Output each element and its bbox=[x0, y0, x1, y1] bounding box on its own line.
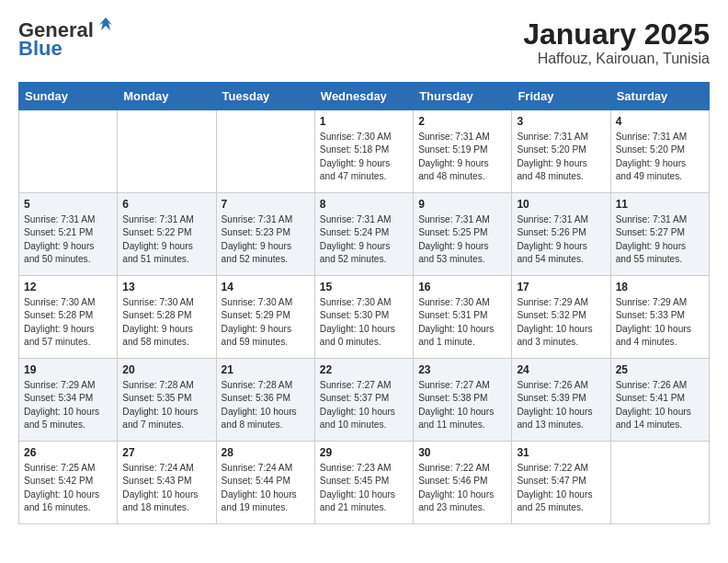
calendar-cell: 19Sunrise: 7:29 AM Sunset: 5:34 PM Dayli… bbox=[19, 359, 118, 442]
svg-marker-0 bbox=[99, 17, 112, 30]
day-info: Sunrise: 7:31 AM Sunset: 5:20 PM Dayligh… bbox=[616, 131, 704, 183]
calendar-cell: 13Sunrise: 7:30 AM Sunset: 5:28 PM Dayli… bbox=[118, 276, 216, 359]
calendar-cell: 26Sunrise: 7:25 AM Sunset: 5:42 PM Dayli… bbox=[19, 442, 118, 524]
calendar-header: SundayMondayTuesdayWednesdayThursdayFrid… bbox=[19, 83, 710, 110]
calendar-cell: 10Sunrise: 7:31 AM Sunset: 5:26 PM Dayli… bbox=[512, 193, 610, 276]
calendar-cell bbox=[216, 110, 314, 193]
page-subtitle: Haffouz, Kairouan, Tunisia bbox=[523, 51, 710, 67]
calendar-cell: 1Sunrise: 7:30 AM Sunset: 5:18 PM Daylig… bbox=[314, 110, 413, 193]
day-number: 23 bbox=[418, 363, 506, 376]
day-number: 26 bbox=[24, 446, 112, 459]
day-number: 20 bbox=[122, 363, 210, 376]
calendar-week-1: 1Sunrise: 7:30 AM Sunset: 5:18 PM Daylig… bbox=[19, 110, 710, 193]
day-number: 17 bbox=[517, 281, 605, 293]
day-info: Sunrise: 7:29 AM Sunset: 5:34 PM Dayligh… bbox=[24, 379, 112, 431]
day-info: Sunrise: 7:30 AM Sunset: 5:31 PM Dayligh… bbox=[418, 296, 506, 349]
day-info: Sunrise: 7:29 AM Sunset: 5:33 PM Dayligh… bbox=[616, 296, 704, 349]
day-number: 8 bbox=[320, 198, 408, 211]
calendar-cell bbox=[118, 110, 216, 193]
day-number: 9 bbox=[418, 198, 506, 211]
calendar-week-5: 26Sunrise: 7:25 AM Sunset: 5:42 PM Dayli… bbox=[19, 442, 710, 524]
calendar-table: SundayMondayTuesdayWednesdayThursdayFrid… bbox=[18, 82, 710, 524]
calendar-week-4: 19Sunrise: 7:29 AM Sunset: 5:34 PM Dayli… bbox=[19, 359, 710, 442]
day-number: 14 bbox=[222, 281, 310, 293]
day-info: Sunrise: 7:29 AM Sunset: 5:32 PM Dayligh… bbox=[517, 296, 605, 349]
calendar-cell: 22Sunrise: 7:27 AM Sunset: 5:37 PM Dayli… bbox=[314, 359, 413, 442]
day-info: Sunrise: 7:30 AM Sunset: 5:29 PM Dayligh… bbox=[222, 296, 310, 349]
page-title: January 2025 bbox=[523, 18, 710, 51]
calendar-cell: 7Sunrise: 7:31 AM Sunset: 5:23 PM Daylig… bbox=[216, 193, 314, 276]
calendar-cell: 29Sunrise: 7:23 AM Sunset: 5:45 PM Dayli… bbox=[314, 442, 413, 524]
day-number: 21 bbox=[222, 363, 310, 376]
day-info: Sunrise: 7:31 AM Sunset: 5:27 PM Dayligh… bbox=[616, 213, 704, 266]
calendar-cell: 4Sunrise: 7:31 AM Sunset: 5:20 PM Daylig… bbox=[610, 110, 709, 193]
calendar-cell bbox=[610, 442, 709, 524]
calendar-cell: 24Sunrise: 7:26 AM Sunset: 5:39 PM Dayli… bbox=[512, 359, 610, 442]
calendar-cell: 18Sunrise: 7:29 AM Sunset: 5:33 PM Dayli… bbox=[610, 276, 709, 359]
day-number: 10 bbox=[517, 198, 605, 211]
day-info: Sunrise: 7:22 AM Sunset: 5:46 PM Dayligh… bbox=[418, 462, 506, 514]
day-number: 19 bbox=[24, 363, 112, 376]
day-number: 1 bbox=[320, 115, 408, 128]
day-info: Sunrise: 7:24 AM Sunset: 5:43 PM Dayligh… bbox=[122, 462, 210, 514]
calendar-cell: 9Sunrise: 7:31 AM Sunset: 5:25 PM Daylig… bbox=[414, 193, 512, 276]
title-block: January 2025 Haffouz, Kairouan, Tunisia bbox=[523, 18, 710, 67]
day-number: 13 bbox=[122, 281, 210, 293]
calendar-cell: 28Sunrise: 7:24 AM Sunset: 5:44 PM Dayli… bbox=[216, 442, 314, 524]
day-info: Sunrise: 7:31 AM Sunset: 5:24 PM Dayligh… bbox=[320, 213, 408, 266]
day-info: Sunrise: 7:31 AM Sunset: 5:20 PM Dayligh… bbox=[517, 131, 605, 183]
calendar-cell: 14Sunrise: 7:30 AM Sunset: 5:29 PM Dayli… bbox=[216, 276, 314, 359]
day-number: 25 bbox=[616, 363, 704, 376]
day-info: Sunrise: 7:31 AM Sunset: 5:21 PM Dayligh… bbox=[24, 213, 112, 266]
day-info: Sunrise: 7:28 AM Sunset: 5:36 PM Dayligh… bbox=[222, 379, 310, 431]
day-number: 15 bbox=[320, 281, 408, 293]
day-info: Sunrise: 7:31 AM Sunset: 5:22 PM Dayligh… bbox=[122, 213, 210, 266]
calendar-cell: 16Sunrise: 7:30 AM Sunset: 5:31 PM Dayli… bbox=[414, 276, 512, 359]
calendar-cell: 15Sunrise: 7:30 AM Sunset: 5:30 PM Dayli… bbox=[314, 276, 413, 359]
day-number: 2 bbox=[418, 115, 506, 128]
day-info: Sunrise: 7:23 AM Sunset: 5:45 PM Dayligh… bbox=[320, 462, 408, 514]
calendar-cell: 20Sunrise: 7:28 AM Sunset: 5:35 PM Dayli… bbox=[118, 359, 216, 442]
col-monday: Monday bbox=[118, 83, 216, 110]
day-info: Sunrise: 7:24 AM Sunset: 5:44 PM Dayligh… bbox=[222, 462, 310, 514]
page-header: General Blue January 2025 Haffouz, Kairo… bbox=[18, 18, 710, 67]
calendar-cell: 25Sunrise: 7:26 AM Sunset: 5:41 PM Dayli… bbox=[610, 359, 709, 442]
day-number: 28 bbox=[222, 446, 310, 459]
day-number: 29 bbox=[320, 446, 408, 459]
col-thursday: Thursday bbox=[414, 83, 512, 110]
day-info: Sunrise: 7:31 AM Sunset: 5:19 PM Dayligh… bbox=[418, 131, 506, 183]
calendar-cell: 27Sunrise: 7:24 AM Sunset: 5:43 PM Dayli… bbox=[118, 442, 216, 524]
col-saturday: Saturday bbox=[610, 83, 709, 110]
calendar-cell: 21Sunrise: 7:28 AM Sunset: 5:36 PM Dayli… bbox=[216, 359, 314, 442]
col-friday: Friday bbox=[512, 83, 610, 110]
calendar-cell: 30Sunrise: 7:22 AM Sunset: 5:46 PM Dayli… bbox=[414, 442, 512, 524]
day-number: 12 bbox=[24, 281, 112, 293]
calendar-cell: 31Sunrise: 7:22 AM Sunset: 5:47 PM Dayli… bbox=[512, 442, 610, 524]
calendar-cell: 23Sunrise: 7:27 AM Sunset: 5:38 PM Dayli… bbox=[414, 359, 512, 442]
day-number: 24 bbox=[517, 363, 605, 376]
day-info: Sunrise: 7:31 AM Sunset: 5:26 PM Dayligh… bbox=[517, 213, 605, 266]
day-info: Sunrise: 7:30 AM Sunset: 5:28 PM Dayligh… bbox=[122, 296, 210, 349]
calendar-week-3: 12Sunrise: 7:30 AM Sunset: 5:28 PM Dayli… bbox=[19, 276, 710, 359]
logo-text-blue: Blue bbox=[18, 37, 63, 61]
day-number: 6 bbox=[122, 198, 210, 211]
day-number: 16 bbox=[418, 281, 506, 293]
day-number: 5 bbox=[24, 198, 112, 211]
day-number: 4 bbox=[616, 115, 704, 128]
calendar-cell: 3Sunrise: 7:31 AM Sunset: 5:20 PM Daylig… bbox=[512, 110, 610, 193]
logo-bird-icon bbox=[96, 16, 116, 36]
day-info: Sunrise: 7:30 AM Sunset: 5:28 PM Dayligh… bbox=[24, 296, 112, 349]
day-number: 18 bbox=[616, 281, 704, 293]
calendar-cell: 11Sunrise: 7:31 AM Sunset: 5:27 PM Dayli… bbox=[610, 193, 709, 276]
day-number: 30 bbox=[418, 446, 506, 459]
day-info: Sunrise: 7:28 AM Sunset: 5:35 PM Dayligh… bbox=[122, 379, 210, 431]
day-info: Sunrise: 7:27 AM Sunset: 5:37 PM Dayligh… bbox=[320, 379, 408, 431]
day-info: Sunrise: 7:26 AM Sunset: 5:39 PM Dayligh… bbox=[517, 379, 605, 431]
day-info: Sunrise: 7:26 AM Sunset: 5:41 PM Dayligh… bbox=[616, 379, 704, 431]
day-info: Sunrise: 7:25 AM Sunset: 5:42 PM Dayligh… bbox=[24, 462, 112, 514]
calendar-cell: 6Sunrise: 7:31 AM Sunset: 5:22 PM Daylig… bbox=[118, 193, 216, 276]
day-info: Sunrise: 7:31 AM Sunset: 5:25 PM Dayligh… bbox=[418, 213, 506, 266]
day-info: Sunrise: 7:31 AM Sunset: 5:23 PM Dayligh… bbox=[222, 213, 310, 266]
day-number: 22 bbox=[320, 363, 408, 376]
day-info: Sunrise: 7:27 AM Sunset: 5:38 PM Dayligh… bbox=[418, 379, 506, 431]
